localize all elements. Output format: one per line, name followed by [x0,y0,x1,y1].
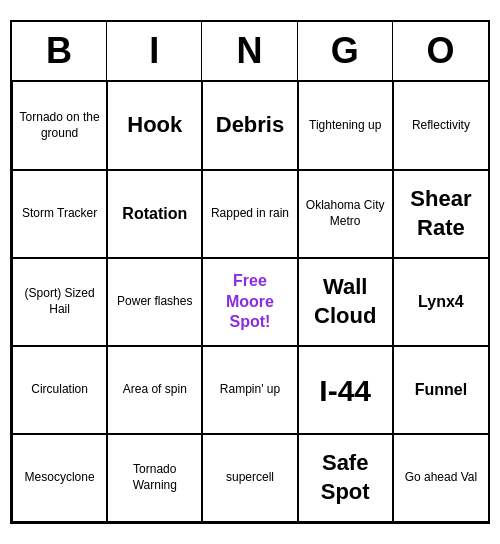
bingo-grid: Tornado on the groundHookDebrisTightenin… [12,82,488,522]
bingo-cell-18: I-44 [298,346,393,434]
bingo-cell-23: Safe Spot [298,434,393,522]
cell-text-9: Shear Rate [398,185,484,242]
cell-text-13: Wall Cloud [303,273,388,330]
bingo-cell-20: Mesocyclone [12,434,107,522]
cell-text-15: Circulation [31,382,88,398]
bingo-cell-4: Reflectivity [393,82,488,170]
bingo-cell-12: Free Moore Spot! [202,258,297,346]
cell-text-12: Free Moore Spot! [207,271,292,333]
cell-text-20: Mesocyclone [25,470,95,486]
bingo-cell-9: Shear Rate [393,170,488,258]
cell-text-16: Area of spin [123,382,187,398]
bingo-cell-8: Oklahoma City Metro [298,170,393,258]
header-letter-I: I [107,22,202,80]
bingo-cell-10: (Sport) Sized Hail [12,258,107,346]
cell-text-0: Tornado on the ground [17,110,102,141]
cell-text-18: I-44 [319,371,371,410]
cell-text-11: Power flashes [117,294,192,310]
bingo-cell-1: Hook [107,82,202,170]
bingo-cell-5: Storm Tracker [12,170,107,258]
cell-text-1: Hook [127,111,182,140]
cell-text-4: Reflectivity [412,118,470,134]
bingo-cell-3: Tightening up [298,82,393,170]
bingo-cell-16: Area of spin [107,346,202,434]
bingo-cell-19: Funnel [393,346,488,434]
bingo-cell-13: Wall Cloud [298,258,393,346]
cell-text-21: Tornado Warning [112,462,197,493]
bingo-cell-0: Tornado on the ground [12,82,107,170]
bingo-cell-7: Rapped in rain [202,170,297,258]
header-letter-O: O [393,22,488,80]
bingo-cell-15: Circulation [12,346,107,434]
cell-text-24: Go ahead Val [405,470,478,486]
bingo-card: BINGO Tornado on the groundHookDebrisTig… [10,20,490,524]
cell-text-14: Lynx4 [418,292,464,313]
bingo-cell-21: Tornado Warning [107,434,202,522]
header-letter-N: N [202,22,297,80]
cell-text-5: Storm Tracker [22,206,97,222]
bingo-cell-11: Power flashes [107,258,202,346]
bingo-cell-24: Go ahead Val [393,434,488,522]
cell-text-22: supercell [226,470,274,486]
bingo-cell-22: supercell [202,434,297,522]
cell-text-17: Rampin' up [220,382,280,398]
cell-text-19: Funnel [415,380,467,401]
cell-text-10: (Sport) Sized Hail [17,286,102,317]
bingo-header: BINGO [12,22,488,82]
cell-text-23: Safe Spot [303,449,388,506]
bingo-cell-6: Rotation [107,170,202,258]
bingo-cell-14: Lynx4 [393,258,488,346]
cell-text-2: Debris [216,111,284,140]
cell-text-3: Tightening up [309,118,381,134]
cell-text-6: Rotation [122,204,187,225]
bingo-cell-2: Debris [202,82,297,170]
cell-text-7: Rapped in rain [211,206,289,222]
header-letter-B: B [12,22,107,80]
cell-text-8: Oklahoma City Metro [303,198,388,229]
bingo-cell-17: Rampin' up [202,346,297,434]
header-letter-G: G [298,22,393,80]
